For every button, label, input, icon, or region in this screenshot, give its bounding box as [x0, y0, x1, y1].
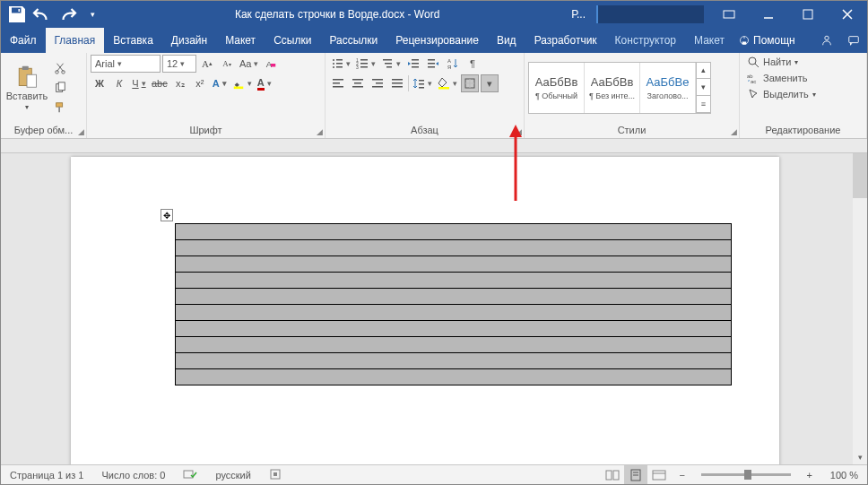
- format-painter-icon[interactable]: [51, 99, 69, 117]
- customize-qat-icon[interactable]: ▾: [82, 4, 103, 25]
- table-move-handle-icon[interactable]: ✥: [161, 209, 173, 221]
- table-row[interactable]: [176, 337, 732, 353]
- tell-me[interactable]: Помощн: [733, 28, 801, 53]
- shrink-font-icon[interactable]: A▾: [218, 55, 236, 73]
- grow-font-icon[interactable]: A▴: [198, 55, 216, 73]
- tab-review[interactable]: Рецензирование: [386, 28, 488, 53]
- increase-indent-icon[interactable]: [424, 55, 442, 73]
- italic-button[interactable]: К: [110, 74, 128, 92]
- minimize-icon[interactable]: [749, 1, 788, 28]
- text-effects-icon[interactable]: A: [211, 74, 229, 92]
- undo-icon[interactable]: [31, 4, 53, 25]
- superscript-button[interactable]: x²: [191, 74, 209, 92]
- style-heading1[interactable]: АаБбВеЗаголово...: [640, 63, 696, 113]
- status-page[interactable]: Страница 1 из 1: [1, 470, 92, 481]
- table-row[interactable]: [176, 256, 732, 273]
- subscript-button[interactable]: x₂: [171, 74, 189, 92]
- copy-icon[interactable]: [51, 79, 69, 97]
- style-up-icon[interactable]: ▴: [697, 63, 710, 80]
- style-more-icon[interactable]: ≡: [697, 96, 710, 113]
- style-no-spacing[interactable]: АаБбВв¶ Без инте...: [585, 63, 640, 113]
- print-layout-icon[interactable]: [624, 465, 647, 485]
- bold-button[interactable]: Ж: [91, 74, 108, 92]
- style-normal[interactable]: АаБбВв¶ Обычный: [529, 63, 585, 113]
- clipboard-launcher-icon[interactable]: ◢: [78, 127, 84, 136]
- zoom-in-icon[interactable]: +: [798, 465, 821, 485]
- scroll-down-icon[interactable]: ▾: [853, 450, 867, 464]
- find-button[interactable]: Найти▾: [743, 55, 802, 69]
- decrease-indent-icon[interactable]: [404, 55, 422, 73]
- cut-icon[interactable]: [51, 59, 69, 77]
- table-row[interactable]: [176, 305, 732, 321]
- page[interactable]: ✥: [71, 157, 779, 464]
- tab-table-layout[interactable]: Макет: [685, 28, 733, 53]
- bullets-icon[interactable]: [329, 55, 352, 73]
- table-row[interactable]: [176, 240, 732, 256]
- font-launcher-icon[interactable]: ◢: [317, 127, 323, 136]
- align-center-icon[interactable]: [349, 74, 367, 92]
- ribbon-display-icon[interactable]: [709, 1, 749, 28]
- tab-references[interactable]: Ссылки: [265, 28, 320, 53]
- save-icon[interactable]: [6, 4, 28, 25]
- align-right-icon[interactable]: [369, 74, 386, 92]
- table-row[interactable]: [176, 353, 732, 369]
- maximize-icon[interactable]: [788, 1, 828, 28]
- tab-home[interactable]: Главная: [46, 28, 105, 53]
- select-button[interactable]: Выделить▾: [743, 87, 820, 101]
- zoom-slider[interactable]: [701, 473, 791, 476]
- paste-button[interactable]: Вставить ▾: [4, 58, 49, 117]
- share-icon[interactable]: [813, 28, 840, 53]
- change-case-icon[interactable]: Aa: [238, 55, 260, 73]
- line-spacing-icon[interactable]: [411, 74, 434, 92]
- horizontal-ruler[interactable]: [1, 139, 867, 153]
- zoom-slider-knob[interactable]: [744, 470, 751, 480]
- status-words[interactable]: Число слов: 0: [92, 470, 174, 481]
- multilevel-icon[interactable]: [379, 55, 403, 73]
- tab-file[interactable]: Файл: [1, 28, 46, 53]
- font-name-combo[interactable]: Arial: [91, 55, 161, 73]
- borders-button[interactable]: [461, 74, 479, 92]
- web-layout-icon[interactable]: [647, 465, 671, 485]
- show-marks-icon[interactable]: ¶: [464, 55, 482, 73]
- tab-view[interactable]: Вид: [488, 28, 525, 53]
- scrollbar-thumb[interactable]: [853, 153, 867, 198]
- comments-icon[interactable]: [840, 28, 867, 53]
- style-down-icon[interactable]: ▾: [697, 79, 710, 96]
- zoom-out-icon[interactable]: −: [671, 465, 694, 485]
- table[interactable]: ✥: [175, 223, 732, 385]
- paragraph-launcher-icon[interactable]: ◢: [516, 127, 522, 136]
- font-color-icon[interactable]: A: [256, 74, 273, 92]
- tab-developer[interactable]: Разработчик: [525, 28, 606, 53]
- sort-icon[interactable]: AЯ: [444, 55, 462, 73]
- table-row[interactable]: [176, 369, 732, 385]
- status-macro-icon[interactable]: [260, 468, 291, 482]
- status-language[interactable]: русский: [206, 470, 259, 481]
- table-row[interactable]: [176, 273, 732, 289]
- tab-design[interactable]: Дизайн: [162, 28, 216, 53]
- borders-dropdown-icon[interactable]: ▾: [481, 74, 499, 92]
- styles-launcher-icon[interactable]: ◢: [731, 127, 737, 136]
- justify-icon[interactable]: [388, 74, 406, 92]
- status-spellcheck-icon[interactable]: [174, 468, 206, 482]
- shading-icon[interactable]: [436, 74, 459, 92]
- user-badge[interactable]: Р...: [566, 8, 591, 21]
- tab-layout[interactable]: Макет: [216, 28, 265, 53]
- close-icon[interactable]: [828, 1, 867, 28]
- table-row[interactable]: [176, 321, 732, 337]
- align-left-icon[interactable]: [329, 74, 347, 92]
- tab-mailings[interactable]: Рассылки: [320, 28, 386, 53]
- zoom-level[interactable]: 100 %: [821, 470, 867, 481]
- underline-button[interactable]: Ч: [130, 74, 148, 92]
- clear-format-icon[interactable]: A: [262, 55, 280, 73]
- redo-icon[interactable]: [56, 4, 78, 25]
- highlight-icon[interactable]: [230, 74, 254, 92]
- table-row[interactable]: [176, 289, 732, 305]
- font-size-combo[interactable]: 12: [162, 55, 196, 73]
- numbering-icon[interactable]: 123: [354, 55, 378, 73]
- replace-button[interactable]: abacЗаменить: [743, 71, 811, 85]
- tab-table-design[interactable]: Конструктор: [606, 28, 685, 53]
- table-row[interactable]: [176, 224, 732, 240]
- vertical-scrollbar[interactable]: ▾: [853, 153, 867, 464]
- account-area[interactable]: [596, 5, 704, 23]
- read-mode-icon[interactable]: [601, 465, 624, 485]
